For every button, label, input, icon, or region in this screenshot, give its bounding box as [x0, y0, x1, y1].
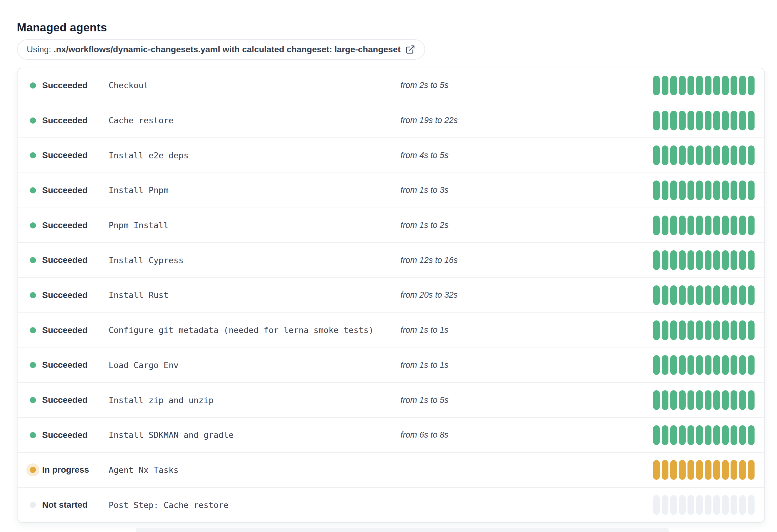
progress-segment — [662, 460, 668, 480]
progress-segment — [748, 145, 755, 165]
status-cell: Succeeded — [30, 81, 109, 91]
status-dot — [30, 327, 36, 334]
progress-segment — [679, 495, 686, 515]
progress-segments — [653, 76, 755, 95]
progress-segment — [653, 460, 660, 480]
progress-segment — [748, 180, 755, 200]
step-name-cell: Configure git metadata (needed for lerna… — [109, 325, 401, 335]
step-duration: from 1s to 3s — [401, 185, 448, 195]
progress-segment — [662, 495, 668, 515]
status-dot — [30, 257, 36, 263]
progress-segment — [696, 495, 703, 515]
step-duration-cell: from 1s to 2s — [401, 221, 653, 230]
progress-segment — [670, 460, 677, 480]
status-label: Succeeded — [42, 290, 88, 300]
progress-segment — [731, 76, 737, 95]
progress-segment — [739, 285, 746, 305]
step-duration-cell: from 6s to 8s — [401, 430, 653, 440]
status-cell: Succeeded — [30, 290, 109, 300]
agent-step-row[interactable]: Succeeded Configure git metadata (needed… — [17, 312, 764, 348]
status-cell: Not started — [30, 500, 109, 510]
progress-segment — [731, 285, 737, 305]
agent-step-row[interactable]: In progress Agent Nx Tasks — [17, 452, 764, 488]
agent-step-row[interactable]: Succeeded Pnpm Install from 1s to 2s — [17, 208, 764, 243]
progress-segment — [731, 145, 737, 165]
progress-segment — [705, 145, 711, 165]
progress-segment — [722, 76, 729, 95]
agent-step-row[interactable]: Succeeded Install e2e deps from 4s to 5s — [17, 137, 764, 172]
progress-segment — [722, 390, 729, 410]
progress-segment — [653, 285, 660, 305]
progress-segment — [713, 180, 720, 200]
status-cell: In progress — [30, 465, 109, 475]
status-label: Succeeded — [42, 395, 88, 405]
step-name: Post Step: Cache restore — [109, 500, 229, 510]
progress-segment — [687, 390, 694, 410]
progress-segment — [748, 495, 755, 515]
step-name: Install e2e deps — [109, 151, 189, 160]
progress-segments — [653, 180, 755, 200]
status-label: Succeeded — [42, 255, 88, 265]
step-duration-cell: from 2s to 5s — [401, 81, 653, 90]
agent-step-row[interactable]: Succeeded Checkout from 2s to 5s — [17, 68, 764, 103]
status-label: Succeeded — [42, 360, 88, 370]
agent-step-row[interactable]: Succeeded Install SDKMAN and gradle from… — [17, 417, 764, 452]
step-duration-cell: from 20s to 32s — [401, 290, 653, 300]
agent-step-row[interactable]: Succeeded Load Cargo Env from 1s to 1s — [17, 348, 764, 383]
progress-segment — [713, 145, 720, 165]
agent-step-row[interactable]: Succeeded Install Cypress from 12s to 16… — [17, 242, 764, 277]
step-duration-cell: from 1s to 1s — [401, 325, 653, 335]
progress-segment — [722, 425, 729, 445]
step-name-cell: Install Pnpm — [109, 185, 401, 195]
progress-segment — [748, 111, 755, 130]
status-label: In progress — [42, 465, 89, 475]
progress-segment — [670, 111, 677, 130]
agent-step-row[interactable]: Succeeded Cache restore from 19s to 22s — [17, 103, 764, 138]
status-label: Succeeded — [42, 430, 88, 440]
progress-segment — [731, 425, 737, 445]
progress-segment — [713, 460, 720, 480]
status-dot — [30, 467, 36, 473]
progress-segment — [662, 390, 668, 410]
progress-segment — [696, 111, 703, 130]
status-label: Succeeded — [42, 185, 88, 195]
status-cell: Succeeded — [30, 360, 109, 370]
step-duration: from 19s to 22s — [401, 116, 458, 125]
progress-segment — [670, 495, 677, 515]
agent-step-row[interactable]: Not started Post Step: Cache restore — [17, 487, 764, 522]
progress-segment — [748, 250, 755, 270]
progress-segment — [687, 495, 694, 515]
status-dot — [30, 83, 36, 89]
status-dot — [30, 152, 36, 158]
progress-segment — [696, 320, 703, 340]
page-title: Managed agents — [17, 21, 107, 34]
progress-segment — [739, 111, 746, 130]
progress-segment — [670, 425, 677, 445]
progress-segment — [731, 216, 737, 235]
progress-segment — [653, 145, 660, 165]
status-label: Succeeded — [42, 325, 88, 335]
agent-step-row[interactable]: Succeeded Install Pnpm from 1s to 3s — [17, 172, 764, 208]
progress-segment — [679, 145, 686, 165]
agent-step-row[interactable]: Succeeded Install Rust from 20s to 32s — [17, 277, 764, 312]
progress-segment — [662, 216, 668, 235]
status-dot — [30, 362, 36, 368]
progress-segment — [713, 216, 720, 235]
progress-segment — [739, 390, 746, 410]
progress-segment — [687, 425, 694, 445]
progress-segments — [653, 285, 755, 305]
progress-segment — [748, 390, 755, 410]
progress-segment — [705, 460, 711, 480]
progress-segment — [739, 250, 746, 270]
progress-segment — [696, 285, 703, 305]
workflow-source-link[interactable]: Using: .nx/workflows/dynamic-changesets.… — [17, 39, 425, 60]
step-name: Cache restore — [109, 116, 174, 125]
status-cell: Succeeded — [30, 430, 109, 440]
progress-segment — [739, 495, 746, 515]
status-dot — [30, 502, 36, 508]
progress-segment — [687, 145, 694, 165]
external-link-icon — [406, 44, 415, 54]
step-name: Install SDKMAN and gradle — [109, 430, 233, 440]
agent-step-row[interactable]: Succeeded Install zip and unzip from 1s … — [17, 382, 764, 417]
progress-segment — [739, 425, 746, 445]
